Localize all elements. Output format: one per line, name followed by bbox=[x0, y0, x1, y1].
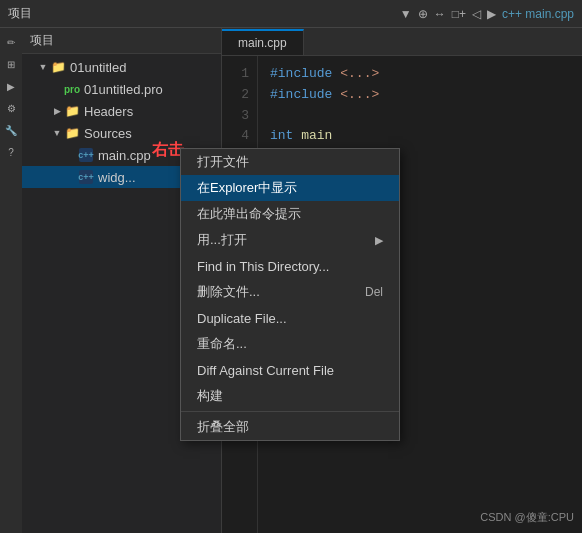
menu-item-delete-file[interactable]: 删除文件... Del bbox=[181, 279, 399, 305]
title-bar: 项目 ▼ ⊕ ↔ □+ ◁ ▶ c++ main.cpp bbox=[0, 0, 582, 28]
menu-item-rename[interactable]: 重命名... bbox=[181, 331, 399, 357]
expand-arrow-headers: ▶ bbox=[50, 104, 64, 118]
no-arrow-main bbox=[64, 148, 78, 162]
menu-item-find-directory[interactable]: Find in This Directory... bbox=[181, 253, 399, 279]
tree-label-pro: 01untitled.pro bbox=[84, 82, 163, 97]
menu-item-collapse-all[interactable]: 折叠全部 bbox=[181, 414, 399, 440]
editor-tab-bar: main.cpp bbox=[222, 28, 582, 56]
menu-item-duplicate-file[interactable]: Duplicate File... bbox=[181, 305, 399, 331]
tree-label-main-cpp: main.cpp bbox=[98, 148, 151, 163]
edit-icon[interactable]: ✏ bbox=[1, 32, 21, 52]
widget-cpp-icon: c++ bbox=[78, 169, 94, 185]
tree-item-pro[interactable]: pro 01untitled.pro bbox=[22, 78, 221, 100]
tree-label-widget: widg... bbox=[98, 170, 136, 185]
tree-label-headers: Headers bbox=[84, 104, 133, 119]
menu-item-build[interactable]: 构建 bbox=[181, 383, 399, 409]
tools-icon[interactable]: 🔧 bbox=[1, 120, 21, 140]
tree-label-project: 01untitled bbox=[70, 60, 126, 75]
expand-arrow: ▼ bbox=[36, 60, 50, 74]
menu-item-show-explorer[interactable]: 在Explorer中显示 bbox=[181, 175, 399, 201]
link-icon[interactable]: ⊕ bbox=[418, 7, 428, 21]
code-line-3 bbox=[270, 106, 570, 127]
menu-item-cmd-prompt[interactable]: 在此弹出命令提示 bbox=[181, 201, 399, 227]
debug-icon[interactable]: ⚙ bbox=[1, 98, 21, 118]
editor-tab-main-cpp[interactable]: main.cpp bbox=[222, 29, 304, 55]
build-icon[interactable]: ▶ bbox=[1, 76, 21, 96]
code-line-1: #include <...> bbox=[270, 64, 570, 85]
watermark: CSDN @傻童:CPU bbox=[480, 510, 574, 525]
filter-icon[interactable]: ▼ bbox=[400, 7, 412, 21]
menu-item-diff[interactable]: Diff Against Current File bbox=[181, 357, 399, 383]
sync-icon[interactable]: ↔ bbox=[434, 7, 446, 21]
delete-shortcut: Del bbox=[365, 285, 383, 299]
tree-item-sources[interactable]: ▼ 📁 Sources bbox=[22, 122, 221, 144]
no-arrow-widget bbox=[64, 170, 78, 184]
menu-separator bbox=[181, 411, 399, 412]
code-line-2: #include <...> bbox=[270, 85, 570, 106]
context-menu: 打开文件 在Explorer中显示 在此弹出命令提示 用...打开 ▶ Find… bbox=[180, 148, 400, 441]
help-icon[interactable]: ? bbox=[1, 142, 21, 162]
menu-item-open-with[interactable]: 用...打开 ▶ bbox=[181, 227, 399, 253]
project-panel: 项目 ▼ 📁 01untitled pro 01untitled.pro ▶ 📁… bbox=[22, 28, 222, 533]
tree-item-project[interactable]: ▼ 📁 01untitled bbox=[22, 56, 221, 78]
tree-label-sources: Sources bbox=[84, 126, 132, 141]
title-bar-text: 项目 bbox=[8, 5, 32, 22]
folder-icon: 📁 bbox=[50, 59, 66, 75]
headers-folder-icon: 📁 bbox=[64, 103, 80, 119]
cpp-file-icon: c++ main.cpp bbox=[502, 7, 574, 21]
sources-folder-icon: 📁 bbox=[64, 125, 80, 141]
search-icon[interactable]: ⊞ bbox=[1, 54, 21, 74]
code-line-4: int main bbox=[270, 126, 570, 147]
submenu-arrow: ▶ bbox=[375, 234, 383, 247]
title-bar-icons: ▼ ⊕ ↔ □+ ◁ ▶ c++ main.cpp bbox=[400, 7, 574, 21]
panel-header: 项目 bbox=[22, 28, 221, 54]
main-layout: ✏ ⊞ ▶ ⚙ 🔧 ? 项目 ▼ 📁 01untitled pro 01unti… bbox=[0, 28, 582, 533]
pro-icon: pro bbox=[64, 81, 80, 97]
nav-prev-icon[interactable]: ◁ bbox=[472, 7, 481, 21]
main-cpp-icon: c++ bbox=[78, 147, 94, 163]
no-arrow bbox=[50, 82, 64, 96]
sidebar-icons: ✏ ⊞ ▶ ⚙ 🔧 ? bbox=[0, 28, 22, 533]
tree-item-headers[interactable]: ▶ 📁 Headers bbox=[22, 100, 221, 122]
expand-arrow-sources: ▼ bbox=[50, 126, 64, 140]
menu-item-open-file[interactable]: 打开文件 bbox=[181, 149, 399, 175]
add-icon[interactable]: □+ bbox=[452, 7, 466, 21]
nav-next-icon[interactable]: ▶ bbox=[487, 7, 496, 21]
